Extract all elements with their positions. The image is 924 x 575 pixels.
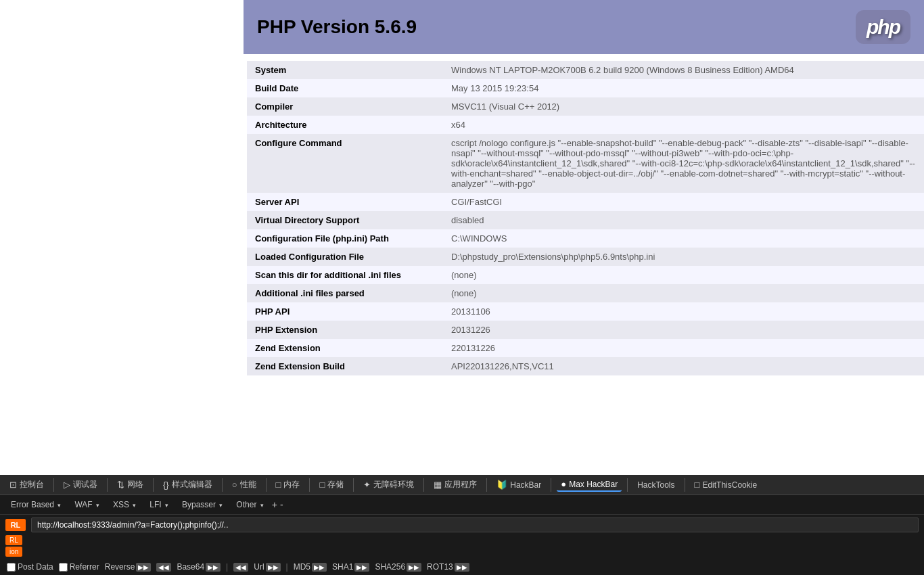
table-value: 220131226 bbox=[443, 339, 924, 357]
apps-label: 应用程序 bbox=[444, 479, 477, 490]
other-arrow: ▾ bbox=[260, 502, 264, 509]
apps-icon: ▦ bbox=[434, 480, 442, 490]
devtools-editcookie[interactable]: □ EditThisCookie bbox=[691, 478, 762, 491]
hackbar-icon: 🔰 bbox=[496, 480, 507, 490]
performance-label: 性能 bbox=[240, 479, 256, 490]
other-label: Other bbox=[236, 500, 256, 509]
hackbar-add-button[interactable]: + bbox=[272, 499, 277, 510]
table-value: API220131226,NTS,VC11 bbox=[443, 357, 924, 375]
devtools-memory[interactable]: □ 内存 bbox=[272, 478, 304, 492]
bypasser-arrow: ▾ bbox=[219, 502, 223, 509]
sep7 bbox=[353, 478, 354, 492]
sep2 bbox=[107, 478, 108, 492]
table-value: disabled bbox=[443, 211, 924, 229]
waf-label: WAF bbox=[74, 500, 92, 509]
sep5 bbox=[266, 478, 267, 492]
sep1 bbox=[53, 478, 54, 492]
debugger-label: 调试器 bbox=[73, 479, 97, 490]
table-row: PHP Extension20131226 bbox=[247, 321, 924, 339]
table-key: Scan this dir for additional .ini files bbox=[247, 266, 443, 284]
table-key: Architecture bbox=[247, 116, 443, 134]
devtools-accessibility[interactable]: ✦ 无障碍环境 bbox=[359, 478, 418, 492]
sep6 bbox=[309, 478, 310, 492]
table-value: 20131226 bbox=[443, 321, 924, 339]
xss-arrow: ▾ bbox=[133, 502, 136, 509]
maxhackbar-dot-icon: ● bbox=[561, 479, 566, 489]
style-editor-icon: {} bbox=[163, 480, 169, 490]
devtools-debugger[interactable]: ▷ 调试器 bbox=[60, 478, 101, 492]
devtools-network[interactable]: ⇅ 网络 bbox=[113, 478, 147, 492]
table-row: Scan this dir for additional .ini files(… bbox=[247, 266, 924, 284]
table-value: D:\phpstudy_pro\Extensions\php\php5.6.9n… bbox=[443, 248, 924, 266]
memory-icon: □ bbox=[276, 480, 281, 490]
table-key: Zend Extension Build bbox=[247, 357, 443, 375]
table-value: cscript /nologo configure.js "--enable-s… bbox=[443, 134, 924, 193]
sep11 bbox=[627, 478, 628, 492]
sep3 bbox=[153, 478, 154, 492]
table-row: Architecturex64 bbox=[247, 116, 924, 134]
debugger-icon: ▷ bbox=[64, 480, 70, 490]
menu-lfi[interactable]: LFI ▾ bbox=[144, 498, 174, 511]
table-value: Windows NT LAPTOP-M2OK700B 6.2 build 920… bbox=[443, 61, 924, 79]
menu-bypasser[interactable]: Bypasser ▾ bbox=[177, 498, 228, 511]
menu-other[interactable]: Other ▾ bbox=[231, 498, 269, 511]
network-label: 网络 bbox=[127, 479, 143, 490]
table-key: Configure Command bbox=[247, 134, 443, 193]
sep8 bbox=[423, 478, 424, 492]
table-key: System bbox=[247, 61, 443, 79]
devtools-style-editor[interactable]: {} 样式编辑器 bbox=[159, 478, 216, 492]
waf-arrow: ▾ bbox=[96, 502, 99, 509]
bypasser-label: Bypasser bbox=[182, 500, 216, 509]
network-icon: ⇅ bbox=[117, 480, 124, 490]
menu-waf[interactable]: WAF ▾ bbox=[69, 498, 105, 511]
memory-label: 内存 bbox=[283, 479, 300, 490]
sep12 bbox=[685, 478, 685, 492]
table-key: Additional .ini files parsed bbox=[247, 284, 443, 302]
hackbar-label: HackBar bbox=[510, 480, 541, 490]
console-icon: ⊡ bbox=[9, 480, 17, 490]
maxhackbar-label: Max HackBar bbox=[569, 480, 618, 489]
hacktools-label: HackTools bbox=[637, 480, 674, 490]
table-row: CompilerMSVC11 (Visual C++ 2012) bbox=[247, 97, 924, 116]
lfi-label: LFI bbox=[149, 500, 161, 509]
table-row: Virtual Directory Supportdisabled bbox=[247, 211, 924, 229]
accessibility-icon: ✦ bbox=[363, 480, 371, 490]
devtools-hackbar[interactable]: 🔰 HackBar bbox=[492, 478, 545, 491]
sep9 bbox=[486, 478, 487, 492]
table-key: Loaded Configuration File bbox=[247, 248, 443, 266]
table-row: Server APICGI/FastCGI bbox=[247, 193, 924, 211]
php-logo-text: php bbox=[867, 16, 900, 39]
table-key: Server API bbox=[247, 193, 443, 211]
storage-label: 存储 bbox=[327, 479, 344, 490]
table-key: Compiler bbox=[247, 97, 443, 116]
bottom-toolbar: ⊡ 控制台 ▷ 调试器 ⇅ 网络 {} 样式编辑器 ○ 性能 □ 内存 □ bbox=[0, 475, 924, 511]
table-key: Configuration File (php.ini) Path bbox=[247, 229, 443, 248]
hackbar-remove-button[interactable]: - bbox=[280, 499, 283, 510]
table-value: x64 bbox=[443, 116, 924, 134]
sep4 bbox=[222, 478, 223, 492]
devtools-maxhackbar[interactable]: ● Max HackBar bbox=[557, 478, 622, 492]
menu-xss[interactable]: XSS ▾ bbox=[108, 498, 141, 511]
sep10 bbox=[551, 478, 551, 492]
devtools-storage[interactable]: □ 存储 bbox=[315, 478, 348, 492]
table-value: MSVC11 (Visual C++ 2012) bbox=[443, 97, 924, 116]
editcookie-icon: □ bbox=[695, 480, 700, 490]
devtools-console[interactable]: ⊡ 控制台 bbox=[5, 478, 48, 492]
lfi-arrow: ▾ bbox=[165, 502, 168, 509]
devtools-hacktools[interactable]: HackTools bbox=[633, 479, 678, 491]
table-key: Virtual Directory Support bbox=[247, 211, 443, 229]
table-key: PHP Extension bbox=[247, 321, 443, 339]
table-row: PHP API20131106 bbox=[247, 302, 924, 321]
table-value: (none) bbox=[443, 284, 924, 302]
devtools-apps[interactable]: ▦ 应用程序 bbox=[430, 478, 481, 492]
menu-error-based[interactable]: Error Based ▾ bbox=[5, 498, 66, 511]
table-key: Build Date bbox=[247, 79, 443, 97]
table-row: Loaded Configuration FileD:\phpstudy_pro… bbox=[247, 248, 924, 266]
table-value: C:\WINDOWS bbox=[443, 229, 924, 248]
php-logo: php bbox=[856, 10, 910, 44]
table-value: May 13 2015 19:23:54 bbox=[443, 79, 924, 97]
devtools-performance[interactable]: ○ 性能 bbox=[228, 478, 260, 492]
table-row: Configure Commandcscript /nologo configu… bbox=[247, 134, 924, 193]
table-row: SystemWindows NT LAPTOP-M2OK700B 6.2 bui… bbox=[247, 61, 924, 79]
xss-label: XSS bbox=[113, 500, 129, 509]
